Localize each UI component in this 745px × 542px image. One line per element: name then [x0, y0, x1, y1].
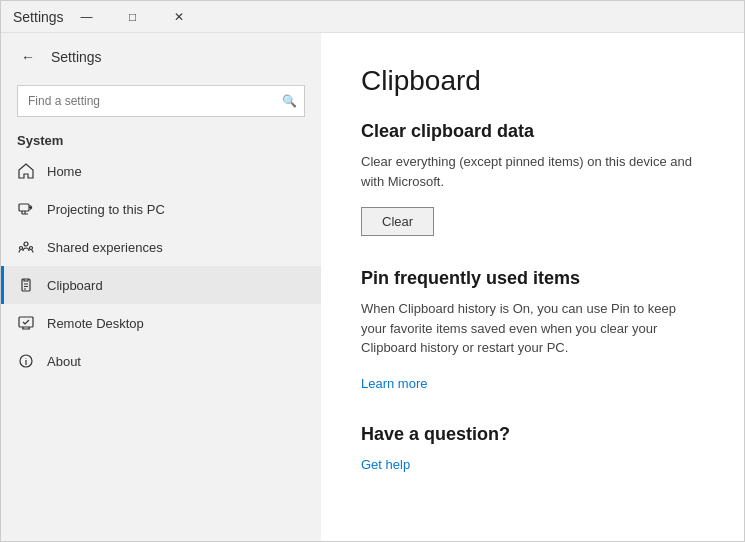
sidebar-item-projecting-label: Projecting to this PC: [47, 202, 165, 217]
page-title: Clipboard: [361, 65, 704, 97]
clipboard-icon: [17, 276, 35, 294]
maximize-button[interactable]: □: [110, 1, 156, 33]
close-button[interactable]: ✕: [156, 1, 202, 33]
search-box: 🔍: [17, 85, 305, 117]
titlebar-controls: — □ ✕: [64, 1, 202, 33]
sidebar-item-clipboard[interactable]: Clipboard: [1, 266, 321, 304]
projecting-icon: [17, 200, 35, 218]
get-help-link[interactable]: Get help: [361, 457, 410, 472]
sidebar-item-remote[interactable]: Remote Desktop: [1, 304, 321, 342]
clear-section-desc: Clear everything (except pinned items) o…: [361, 152, 704, 191]
clear-section-title: Clear clipboard data: [361, 121, 704, 142]
section-question: Have a question? Get help: [361, 424, 704, 473]
home-icon: [17, 162, 35, 180]
remote-icon: [17, 314, 35, 332]
sidebar-header: ← Settings: [1, 33, 321, 81]
sidebar-app-title: Settings: [51, 49, 102, 65]
sidebar-item-home-label: Home: [47, 164, 82, 179]
sidebar-item-about[interactable]: About: [1, 342, 321, 380]
sidebar-item-about-label: About: [47, 354, 81, 369]
titlebar: Settings — □ ✕: [1, 1, 744, 33]
svg-rect-0: [19, 204, 29, 211]
shared-icon: [17, 238, 35, 256]
about-icon: [17, 352, 35, 370]
sidebar-item-projecting[interactable]: Projecting to this PC: [1, 190, 321, 228]
clear-button[interactable]: Clear: [361, 207, 434, 236]
sidebar-item-clipboard-label: Clipboard: [47, 278, 103, 293]
question-section-title: Have a question?: [361, 424, 704, 445]
svg-rect-5: [19, 317, 33, 327]
svg-point-2: [20, 247, 23, 250]
section-clear: Clear clipboard data Clear everything (e…: [361, 121, 704, 236]
main-content: Clipboard Clear clipboard data Clear eve…: [321, 33, 744, 541]
settings-window: Settings — □ ✕ ← Settings 🔍 System: [0, 0, 745, 542]
minimize-button[interactable]: —: [64, 1, 110, 33]
search-input[interactable]: [17, 85, 305, 117]
window-content: ← Settings 🔍 System Home: [1, 33, 744, 541]
search-icon: 🔍: [282, 94, 297, 108]
pin-section-title: Pin frequently used items: [361, 268, 704, 289]
sidebar: ← Settings 🔍 System Home: [1, 33, 321, 541]
section-pin: Pin frequently used items When Clipboard…: [361, 268, 704, 392]
sidebar-item-shared-label: Shared experiences: [47, 240, 163, 255]
sidebar-item-remote-label: Remote Desktop: [47, 316, 144, 331]
svg-point-1: [24, 242, 28, 246]
back-button[interactable]: ←: [17, 45, 39, 69]
sidebar-item-shared[interactable]: Shared experiences: [1, 228, 321, 266]
svg-point-3: [30, 247, 33, 250]
sidebar-item-home[interactable]: Home: [1, 152, 321, 190]
titlebar-title: Settings: [13, 9, 64, 25]
sidebar-section-title: System: [1, 125, 321, 152]
pin-section-desc: When Clipboard history is On, you can us…: [361, 299, 704, 358]
learn-more-link[interactable]: Learn more: [361, 376, 427, 391]
